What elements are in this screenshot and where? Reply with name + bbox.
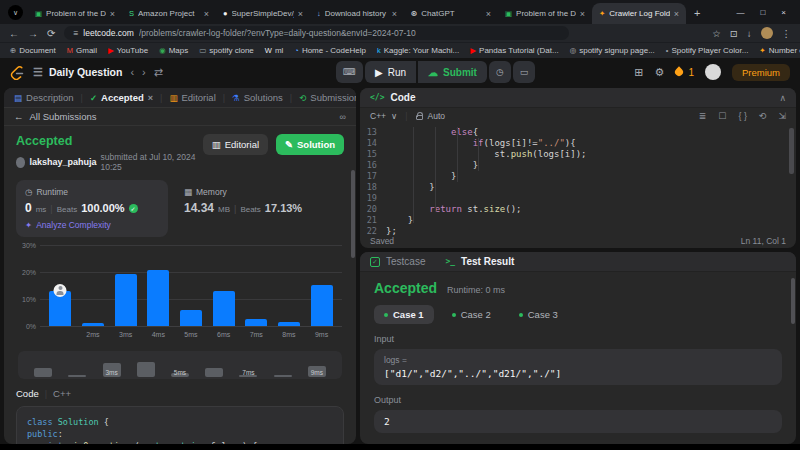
tab-submissions[interactable]: ⟲Submissions: [299, 92, 356, 103]
bar-7ms[interactable]: 7ms: [244, 245, 268, 326]
shuffle-icon[interactable]: ⇄: [154, 66, 163, 79]
bookmark-icon[interactable]: ☐: [718, 111, 726, 121]
bar-3ms[interactable]: 3ms: [114, 245, 138, 326]
layout-grid-icon[interactable]: ⊞: [634, 66, 643, 79]
close-icon[interactable]: ×: [580, 9, 585, 19]
bookmark-item[interactable]: ▶YouTube: [108, 46, 148, 55]
cursor-position[interactable]: Ln 11, Col 1: [741, 236, 786, 246]
settings-gear-icon[interactable]: ⚙: [655, 66, 665, 79]
runtime-card[interactable]: ◷Runtime 0 ms | Beats 100.00% ✓ ✦Analyze…: [16, 180, 168, 237]
browser-tab-active[interactable]: ✦Crawler Log Folder×: [592, 3, 686, 24]
leetcode-logo[interactable]: [10, 65, 25, 80]
left-panel-scrollbar[interactable]: [351, 170, 355, 258]
downloads-icon[interactable]: ↓: [747, 28, 752, 39]
user-avatar[interactable]: [705, 64, 721, 80]
prev-problem-icon[interactable]: ‹: [130, 66, 134, 78]
next-problem-icon[interactable]: ›: [142, 66, 146, 78]
submitted-code-block[interactable]: class Solution { public: int minOperatio…: [16, 406, 344, 444]
back-icon[interactable]: ←: [14, 111, 24, 122]
debugger-button[interactable]: ⌨: [336, 61, 363, 83]
site-settings-icon[interactable]: ≡: [73, 28, 78, 38]
close-icon[interactable]: ×: [110, 9, 115, 19]
bookmark-item[interactable]: ◉Maps: [159, 46, 188, 55]
close-icon[interactable]: ×: [298, 9, 303, 19]
bar-8ms[interactable]: 8ms: [277, 245, 301, 326]
browser-tab[interactable]: ▣Problem of the Day |×: [498, 3, 592, 24]
problem-list-nav[interactable]: ☰ Daily Question: [33, 66, 122, 79]
mini-bar-col[interactable]: [204, 353, 224, 377]
timer-button[interactable]: ◷: [489, 61, 511, 83]
bookmark-item[interactable]: Wml: [265, 46, 284, 55]
tab-search-button[interactable]: ∨: [8, 5, 23, 20]
braces-icon[interactable]: { }: [738, 111, 747, 121]
editorial-button[interactable]: ▥Editorial: [203, 134, 268, 155]
tab-editorial[interactable]: ▥Editorial: [169, 92, 215, 103]
streak-flame-icon[interactable]: [674, 66, 685, 77]
maximize-button[interactable]: □: [760, 8, 765, 17]
extensions-icon[interactable]: ⊡: [730, 28, 738, 39]
auto-label[interactable]: Auto: [428, 111, 446, 121]
testcase-scrollbar[interactable]: [791, 278, 795, 324]
analyze-complexity-link[interactable]: ✦Analyze Complexity: [25, 220, 159, 230]
browser-tab[interactable]: ●SuperSimpleDev/jav×: [216, 3, 310, 24]
case-1-tab[interactable]: Case 1: [374, 305, 434, 324]
bookmark-item[interactable]: ◎spotify signup page...: [570, 46, 655, 55]
forward-icon[interactable]: →: [28, 28, 38, 39]
run-button[interactable]: ▶Run: [365, 61, 416, 83]
close-icon[interactable]: ×: [392, 9, 397, 19]
case-2-tab[interactable]: Case 2: [442, 305, 501, 324]
bar-5ms[interactable]: 5ms: [179, 245, 203, 326]
mini-bar-col[interactable]: 3ms: [102, 353, 122, 377]
minimize-button[interactable]: —: [736, 8, 744, 17]
editor-scrollbar[interactable]: [789, 128, 794, 174]
bookmark-item[interactable]: kKaggle: Your Machi...: [377, 46, 459, 55]
bookmark-item[interactable]: ▶Pandas Tutorial (Dat...: [470, 46, 558, 55]
bookmark-item[interactable]: ▭spotify clone: [199, 46, 254, 55]
bar-9ms[interactable]: 9ms: [310, 245, 334, 326]
close-icon[interactable]: ×: [486, 9, 491, 19]
bar-2ms[interactable]: 2ms: [81, 245, 105, 326]
editor-code-area[interactable]: 13 else{ 14 if(logs[i]!="../"){ 15 st.pu…: [360, 124, 796, 234]
solution-button[interactable]: ✎Solution: [276, 134, 344, 155]
submitter-avatar[interactable]: [16, 157, 25, 168]
back-icon[interactable]: ←: [9, 28, 19, 39]
browser-tab[interactable]: ⊛ChatGPT×: [404, 3, 498, 24]
bookmark-item[interactable]: MGmail: [67, 46, 97, 55]
close-icon[interactable]: ×: [204, 9, 209, 19]
format-icon[interactable]: ≣: [699, 111, 707, 121]
new-tab-button[interactable]: +: [694, 7, 700, 19]
mini-bar-col[interactable]: 9ms: [307, 353, 327, 377]
mini-bar-col[interactable]: 7ms: [238, 353, 258, 377]
browser-menu-icon[interactable]: ⋮: [782, 28, 792, 39]
share-link-icon[interactable]: ∞: [340, 112, 346, 122]
mini-bar-col[interactable]: [33, 353, 53, 377]
bar-1ms[interactable]: [48, 245, 72, 326]
notes-button[interactable]: ▭: [513, 61, 536, 83]
submit-button[interactable]: ☁Submit: [418, 61, 487, 83]
bookmark-item[interactable]: ◔Home - CodeHelp: [294, 46, 366, 55]
fullscreen-icon[interactable]: ⇲: [778, 111, 786, 121]
close-icon[interactable]: ×: [674, 9, 679, 19]
tab-accepted[interactable]: ✓Accepted×: [90, 92, 153, 103]
memory-card[interactable]: ▦Memory 14.34 MB | Beats 17.13%: [184, 180, 302, 215]
bookmark-item[interactable]: ✦Number of Good Pa...: [759, 46, 800, 55]
premium-button[interactable]: Premium: [732, 64, 790, 81]
all-submissions-bar[interactable]: ← All Submissions ∞: [4, 108, 356, 126]
browser-tab[interactable]: ↓Download history×: [310, 3, 404, 24]
submitter-name[interactable]: lakshay_pahuja: [29, 157, 96, 167]
address-bar[interactable]: ≡ leetcode.com/problems/crawler-log-fold…: [64, 26, 569, 40]
browser-tab[interactable]: ▣Problem of the Day |×: [28, 3, 122, 24]
mini-bar-col[interactable]: [67, 353, 87, 377]
reset-icon[interactable]: ⟲: [759, 111, 767, 121]
reload-icon[interactable]: ⟳: [47, 28, 55, 39]
bookmark-item[interactable]: ⊕Document: [10, 46, 56, 55]
tab-test-result[interactable]: Test Result: [461, 256, 514, 267]
language-selector[interactable]: C++: [370, 111, 386, 121]
runtime-mini-chart[interactable]: 3ms5ms7ms9ms: [18, 351, 342, 379]
case-3-tab[interactable]: Case 3: [509, 305, 568, 324]
close-window-button[interactable]: ×: [781, 8, 786, 17]
input-box[interactable]: logs = ["d1/","d2/","../","d21/","./"]: [374, 349, 782, 385]
browser-tab[interactable]: SAmazon Project×: [122, 3, 216, 24]
bar-6ms[interactable]: 6ms: [212, 245, 236, 326]
bookmark-item[interactable]: •Spotify Player Color...: [666, 46, 749, 55]
